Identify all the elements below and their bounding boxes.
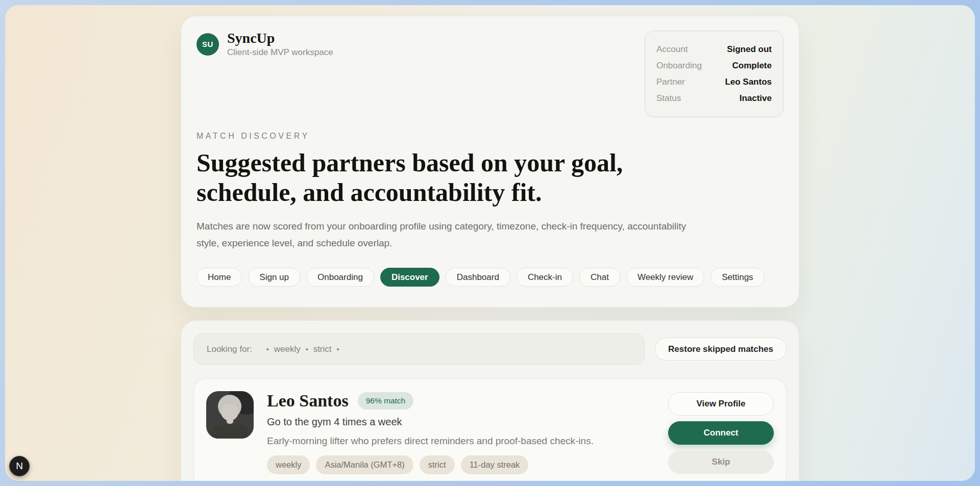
nav-pill-check-in[interactable]: Check-in [517,268,573,287]
matches-section: Looking for: •weekly•strict• Restore ski… [181,320,799,481]
filter-label: Looking for: [207,344,252,354]
avatar [206,391,254,439]
brand: SU SyncUp Client-side MVP workspace [197,31,333,58]
filter-bullet: • [337,345,339,353]
match-description: Early-morning lifter who prefers direct … [267,436,655,447]
match-card: Leo Santos 96% match Go to the gym 4 tim… [193,378,787,481]
status-value: Leo Santos [725,77,772,87]
tag-11-day-streak: 11-day streak [461,455,529,474]
match-score-badge: 96% match [358,392,414,410]
nav-pill-onboarding[interactable]: Onboarding [306,268,374,287]
nav-pill-dashboard[interactable]: Dashboard [446,268,510,287]
nav-pill-settings[interactable]: Settings [710,268,764,287]
brand-name: SyncUp [227,31,333,45]
main-nav: HomeSign upOnboardingDiscoverDashboardCh… [197,268,783,287]
status-value: Complete [732,61,772,71]
filter-bullet: • [306,345,308,353]
status-row: Onboarding Complete [656,61,772,71]
status-label: Status [656,93,681,104]
nav-pill-chat[interactable]: Chat [579,268,620,287]
brand-text: SyncUp Client-side MVP workspace [227,31,333,58]
nextjs-dev-badge-icon[interactable]: N [9,456,30,476]
page-description: Matches are now scored from your onboard… [197,218,702,251]
filter-row: Looking for: •weekly•strict• Restore ski… [193,334,787,365]
match-list: Leo Santos 96% match Go to the gym 4 tim… [193,378,787,481]
filter-bar[interactable]: Looking for: •weekly•strict• [193,334,645,365]
status-row: Status Inactive [656,93,772,104]
avatar-portrait-graphic [206,391,254,439]
status-row: Account Signed out [656,44,772,55]
tag-strict: strict [420,455,455,474]
status-panel: Account Signed out Onboarding Complete P… [645,31,783,117]
filter-item-weekly: weekly [274,344,301,354]
match-tags: weeklyAsia/Manila (GMT+8)strict11-day st… [267,455,655,474]
nav-pill-weekly-review[interactable]: Weekly review [626,268,704,287]
brand-tagline: Client-side MVP workspace [227,47,333,58]
nav-pill-sign-up[interactable]: Sign up [248,268,300,287]
status-row: Partner Leo Santos [656,77,772,87]
status-label: Account [656,44,688,55]
skip-button[interactable]: Skip [668,450,774,474]
filter-bullet: • [266,345,269,353]
section-eyebrow: MATCH DISCOVERY [197,132,783,141]
status-value: Inactive [740,93,772,104]
app-background: SU SyncUp Client-side MVP workspace Acco… [5,5,975,481]
match-goal: Go to the gym 4 times a week [267,416,655,428]
header-top-row: SU SyncUp Client-side MVP workspace Acco… [197,31,783,117]
tag-asia-manila-gmt-8: Asia/Manila (GMT+8) [316,455,413,474]
page-title: Suggested partners based on your goal, s… [197,148,635,207]
status-value: Signed out [727,44,772,55]
filter-items: •weekly•strict• [261,344,345,354]
match-name-row: Leo Santos 96% match [267,391,655,410]
restore-skipped-button[interactable]: Restore skipped matches [655,338,787,361]
view-profile-button[interactable]: View Profile [668,392,774,416]
filter-item-strict: strict [313,344,332,354]
tag-weekly: weekly [267,455,310,474]
page-column: SU SyncUp Client-side MVP workspace Acco… [181,5,799,481]
match-name: Leo Santos [267,391,349,410]
match-actions: View ProfileConnectSkip [668,391,774,474]
nav-pill-discover[interactable]: Discover [380,268,439,287]
status-label: Partner [656,77,685,87]
match-body: Leo Santos 96% match Go to the gym 4 tim… [267,391,655,474]
brand-logo-icon: SU [197,33,219,56]
nav-pill-home[interactable]: Home [197,268,242,287]
status-label: Onboarding [656,61,702,71]
connect-button[interactable]: Connect [668,421,774,445]
header-card: SU SyncUp Client-side MVP workspace Acco… [181,16,799,308]
